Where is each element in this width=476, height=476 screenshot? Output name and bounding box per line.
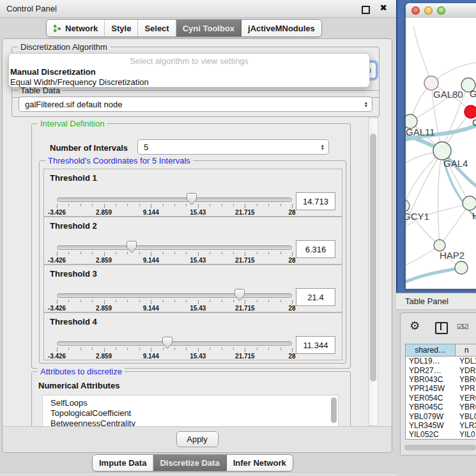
tick-mark	[57, 252, 58, 256]
network-window-titlebar	[406, 3, 476, 19]
tick-mark	[198, 348, 199, 352]
network-canvas[interactable]: GAL80GACGAL11GAL4GCY1HHAP2	[406, 18, 476, 289]
tick-mark	[186, 348, 187, 350]
table-row[interactable]: YPR145WYPR1	[406, 384, 476, 393]
zoom-traffic-light-icon[interactable]	[437, 6, 445, 15]
numerical-attributes-list: SelfLoopsTopologicalCoefficientBetweenne…	[42, 395, 339, 426]
minimize-traffic-light-icon[interactable]	[424, 6, 433, 15]
tab-network[interactable]: Network	[47, 20, 105, 36]
network-node[interactable]	[463, 196, 476, 210]
columns-icon[interactable]	[435, 322, 448, 334]
table-data-select[interactable]: galFiltered.sif default node ▲▼	[19, 96, 372, 112]
attribute-item-selfloops[interactable]: SelfLoops	[43, 398, 338, 408]
network-node[interactable]	[433, 142, 451, 160]
table-row[interactable]: YBR043CYBR0	[406, 375, 476, 384]
tick-mark	[116, 204, 116, 206]
tab-impute-data[interactable]: Impute Data	[93, 455, 153, 471]
tick-mark	[174, 300, 175, 302]
network-view-window: GAL80GACGAL11GAL4GCY1HHAP2	[396, 0, 476, 293]
tick-mark	[292, 300, 293, 304]
close-icon[interactable]: ✖	[380, 3, 387, 13]
tick-label: 28	[288, 209, 295, 216]
threshold-slider[interactable]: -3.4262.8599.14415.4321.71528	[57, 336, 292, 360]
cell-name: YPR1	[456, 384, 476, 393]
tab-style[interactable]: Style	[105, 20, 138, 36]
tick-mark	[245, 252, 245, 256]
tick-mark	[174, 252, 175, 254]
tick-mark	[222, 300, 222, 302]
tick-mark	[151, 204, 151, 208]
tab-select[interactable]: Select	[138, 20, 176, 36]
threshold-slider[interactable]: -3.4262.8599.14415.4321.71528	[57, 240, 292, 264]
number-of-intervals-select[interactable]: 5 ▲▼	[137, 139, 329, 155]
network-node-label-gal11: GAL11	[406, 127, 435, 137]
table-hscrollbar-thumb[interactable]	[404, 445, 476, 450]
cell-shared-name: YIL052C	[406, 430, 456, 439]
cell-shared-name: YDL19…	[406, 357, 456, 365]
column-header-shared-name[interactable]: shared…	[406, 344, 456, 356]
tick-mark	[292, 252, 293, 256]
settings-scrollbar-thumb[interactable]	[370, 134, 376, 381]
tab-label: Cyni Toolbox	[183, 24, 234, 33]
tick-mark	[268, 204, 269, 206]
table-row[interactable]: YDL19…YDL1	[406, 357, 476, 365]
tick-mark	[139, 300, 140, 302]
algorithm-placeholder: Select algorithm to view settings	[9, 56, 369, 67]
apply-button[interactable]: Apply	[176, 431, 219, 447]
slider-track[interactable]	[57, 245, 292, 250]
network-node[interactable]	[424, 76, 438, 90]
tick-label: 2.859	[96, 257, 112, 264]
tab-cyni-toolbox[interactable]: Cyni Toolbox	[176, 20, 242, 36]
tick-mark	[198, 204, 199, 208]
attribute-item-topologicalcoefficient[interactable]: TopologicalCoefficient	[43, 408, 338, 418]
network-node[interactable]	[464, 105, 476, 118]
threshold-value-field[interactable]: 11.344	[296, 336, 335, 354]
list-scrollbar-thumb[interactable]	[331, 397, 337, 423]
tick-mark	[57, 348, 58, 352]
cell-name: YER0	[456, 394, 476, 403]
threshold-slider[interactable]: -3.4262.8599.14415.4321.71528	[57, 192, 292, 216]
threshold-value-field[interactable]: 14.713	[296, 192, 335, 210]
tick-mark	[233, 348, 234, 350]
slider-track[interactable]	[57, 197, 292, 202]
node-table-rows: YDL19…YDL1YDR27…YDR2YBR043CYBR0YPR145WYP…	[406, 357, 476, 439]
attribute-item-betweennesscentrality[interactable]: BetweennessCentrality	[43, 418, 338, 426]
cell-shared-name: YPR145W	[406, 384, 456, 393]
table-row[interactable]: YIL052CYIL0	[406, 430, 476, 439]
tick-mark	[210, 204, 210, 206]
checkbox-pair-icon[interactable]: ☑☑	[457, 323, 468, 331]
footer-divider	[0, 472, 396, 476]
table-row[interactable]: YLR345WYLR3	[406, 421, 476, 430]
table-row[interactable]: YBR045CYBR0	[406, 403, 476, 411]
slider-track[interactable]	[57, 293, 292, 298]
close-traffic-light-icon[interactable]	[411, 6, 420, 15]
gear-icon[interactable]: ⚙	[410, 319, 420, 333]
tick-label: 2.859	[96, 209, 112, 216]
tab-infer-network[interactable]: Infer Network	[227, 455, 293, 471]
column-header-name[interactable]: n	[456, 344, 476, 356]
tick-mark	[233, 204, 234, 206]
algorithm-option-manual-discretization[interactable]: Manual Discretization	[9, 67, 369, 77]
tab-jactivemnodules[interactable]: jActiveMNodules	[242, 20, 321, 36]
tick-label: 21.715	[235, 257, 255, 264]
settings-scrollbar[interactable]	[368, 118, 378, 426]
tick-mark	[116, 252, 116, 254]
tick-label: 21.715	[235, 209, 255, 216]
tick-mark	[57, 300, 58, 304]
threshold-value-field[interactable]: 6.316	[296, 240, 335, 258]
tab-discretize-data[interactable]: Discretize Data	[153, 455, 226, 471]
tick-label: -3.426	[48, 353, 66, 360]
threshold-panel-3: Threshold 3-3.4262.8599.14415.4321.71528…	[43, 265, 342, 312]
table-row[interactable]: YBL079WYBL0	[406, 411, 476, 420]
network-node[interactable]	[455, 261, 468, 274]
threshold-slider[interactable]: -3.4262.8599.14415.4321.71528	[57, 288, 292, 312]
table-row[interactable]: YER054CYER0	[406, 394, 476, 403]
table-row[interactable]: YDR27…YDR2	[406, 365, 476, 374]
tick-mark	[186, 204, 187, 206]
network-node[interactable]	[406, 200, 410, 211]
algorithm-option-equal-width-frequency[interactable]: Equal Width/Frequency Discretization	[9, 77, 369, 88]
threshold-value-field[interactable]: 21.4	[296, 288, 335, 306]
cell-shared-name: YLR345W	[406, 421, 456, 430]
float-window-icon[interactable]	[362, 6, 370, 14]
slider-track[interactable]	[57, 341, 292, 346]
